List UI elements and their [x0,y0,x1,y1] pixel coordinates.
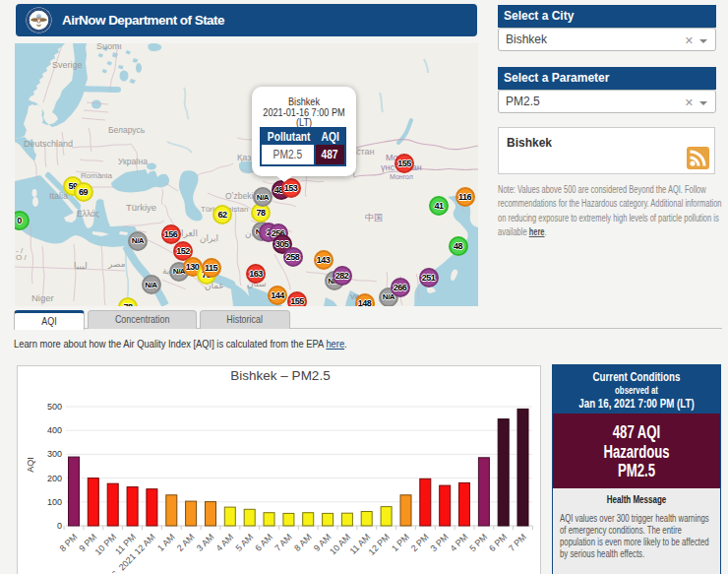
svg-text:3 PM: 3 PM [429,532,451,553]
svg-text:مصر: مصر [107,259,126,269]
svg-text:中国: 中国 [365,213,383,223]
svg-text:4 AM: 4 AM [214,532,236,553]
svg-text:300: 300 [47,449,62,459]
svg-text:12 PM: 12 PM [367,532,392,556]
svg-text:Türkiye: Türkiye [126,202,156,213]
svg-text:AQI: AQI [26,457,35,473]
svg-text:Қаз: Қаз [237,153,251,162]
svg-text:ليبيا: ليبيا [74,261,88,271]
svg-text:Україна: Україна [118,157,148,166]
svg-text:Ελλάς: Ελλάς [77,209,99,219]
svg-text:7 AM: 7 AM [273,532,294,553]
svg-text:10 AM: 10 AM [328,532,352,556]
svg-text:100: 100 [47,497,62,507]
svg-text:500: 500 [47,402,62,412]
svg-text:400: 400 [47,425,62,435]
svg-text:6 PM: 6 PM [487,532,509,553]
svg-text:0: 0 [57,521,62,531]
svg-text:4 PM: 4 PM [448,532,469,553]
svg-text:стан: стан [356,147,375,157]
svg-text:1 AM: 1 AM [155,532,177,553]
svg-text:2 PM: 2 PM [409,532,431,553]
svg-text:5 PM: 5 PM [467,532,489,553]
svg-text:Deutschland: Deutschland [24,139,73,149]
svg-text:5 AM: 5 AM [234,532,256,553]
svg-text:Bishkek – PM2.5: Bishkek – PM2.5 [230,368,330,383]
svg-text:8 PM: 8 PM [57,532,79,553]
svg-text:8 AM: 8 AM [292,532,314,553]
svg-text:Sverige: Sverige [52,60,83,70]
svg-text:Niger: Niger [31,292,54,303]
svg-text:ايران: ايران [200,233,218,243]
svg-text:6 AM: 6 AM [253,532,274,553]
svg-text:3 AM: 3 AM [195,532,216,553]
svg-text:O /: O / [16,253,27,262]
svg-text:7 PM: 7 PM [507,532,528,553]
svg-text:2 AM: 2 AM [175,532,197,553]
svg-text:1 PM: 1 PM [390,532,411,553]
svg-text:România: România [81,171,113,180]
svg-text:200: 200 [47,474,62,483]
svg-text:Монгол: Монгол [390,173,413,180]
svg-text:Suomi: Suomi [96,43,122,51]
svg-text:10 PM: 10 PM [93,532,118,556]
svg-text:Беларусь: Беларусь [108,125,146,135]
